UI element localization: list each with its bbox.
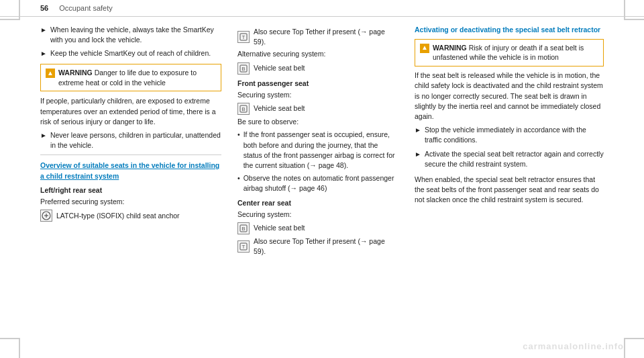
corner-tl [0, 0, 20, 20]
right-body2-text: When enabled, the special seat belt retr… [415, 175, 599, 204]
alt-seatbelt-icon: B [237, 62, 250, 75]
fp-securing-label: Securing system: [237, 90, 398, 100]
chapter-title: Occupant safety [59, 4, 113, 12]
corner-tr [624, 0, 644, 20]
alt-seatbelt-row: B Vehicle seat belt [237, 62, 398, 75]
svg-text:T: T [242, 34, 246, 40]
bullet2-text: Observe the notes on automatic front pas… [244, 173, 398, 193]
cr-tether-label: Also secure Top Tether if present (→ pag… [254, 236, 398, 257]
bullet-arrow-icon: ► [40, 26, 47, 36]
bullet-text-2: Keep the vehicle SmartKey out of reach o… [50, 48, 211, 58]
right-body1-text: If the seat belt is released while the v… [415, 71, 603, 120]
cr-seatbelt-row: B Vehicle seat belt [237, 222, 398, 234]
section-link[interactable]: Overview of suitable seats in the vehicl… [40, 161, 221, 181]
front-passenger-heading: Front passenger seat [237, 79, 398, 89]
dot-icon: • [237, 173, 240, 183]
list-item: ► When leaving the vehicle, always take … [40, 25, 221, 45]
extra-bullet-text: Never leave persons, children in particu… [50, 130, 221, 150]
isofix-icon [40, 210, 52, 222]
right-warning-icon: ▲ [420, 44, 429, 53]
cr-tether-row: T Also secure Top Tether if present (→ p… [237, 236, 398, 257]
left-column: ► When leaving the vehicle, always take … [40, 25, 221, 351]
fp-seatbelt-row: B Vehicle seat belt [237, 103, 398, 115]
warning-label: WARNING [58, 69, 93, 77]
bullet1-text: If the front passenger seat is occupied,… [244, 130, 398, 171]
isofix-icon-row: LATCH-type (ISOFIX) child seat anchor [40, 210, 221, 222]
warning-box: ▲ WARNING Danger to life due to exposure… [40, 64, 221, 91]
warning-text: WARNING Danger to life due to exposure t… [58, 68, 216, 87]
cr-tether-icon: T [237, 240, 250, 253]
top-tether-icon: T [237, 31, 250, 43]
right-warning-label: WARNING [433, 44, 467, 52]
right-bullet1-text: Stop the vehicle immediately in accordan… [425, 125, 604, 145]
right-warning-text: WARNING Risk of injury or death if a sea… [433, 43, 598, 62]
body-text: If people, particularly children, are ex… [40, 97, 215, 125]
cr-securing-label: Securing system: [237, 210, 398, 220]
center-rear-heading: Center rear seat [237, 198, 398, 208]
list-item: ► Keep the vehicle SmartKey out of reach… [40, 48, 221, 59]
sub-heading-left-right: Left/right rear seat [40, 185, 221, 195]
list-item: • If the front passenger seat is occupie… [237, 130, 398, 171]
list-item: ► Activate the special seat belt retract… [415, 149, 604, 169]
cr-seatbelt-label: Vehicle seat belt [254, 223, 305, 233]
bullet-arrow-icon: ► [40, 49, 47, 59]
bullet-text-1: When leaving the vehicle, always take th… [50, 25, 221, 45]
isofix-label: LATCH-type (ISOFIX) child seat anchor [56, 211, 180, 221]
list-item: • Observe the notes on automatic front p… [237, 173, 398, 193]
be-sure-label: Be sure to observe: [237, 117, 398, 127]
fp-seatbelt-icon: B [237, 103, 250, 115]
svg-text:B: B [241, 66, 245, 72]
also-secure-label: Also secure Top Tether if present (→ pag… [254, 27, 398, 47]
right-section-title: Activating or deactivating the special s… [415, 25, 604, 35]
middle-column: T Also secure Top Tether if present (→ p… [237, 25, 398, 351]
divider [40, 154, 221, 155]
right-column: Activating or deactivating the special s… [415, 25, 604, 351]
list-item: ► Stop the vehicle immediately in accord… [415, 125, 604, 145]
body-paragraph: If people, particularly children, are ex… [40, 96, 221, 127]
svg-text:B: B [241, 106, 245, 112]
cr-seatbelt-icon: B [237, 222, 250, 234]
right-body1: If the seat belt is released while the v… [415, 71, 604, 122]
content-area: ► When leaving the vehicle, always take … [0, 17, 644, 358]
list-item: ► Never leave persons, children in parti… [40, 130, 221, 150]
fp-seatbelt-label: Vehicle seat belt [254, 103, 305, 114]
bullet-arrow-icon: ► [415, 150, 421, 160]
alternative-label: Alternative securing system: [237, 49, 398, 59]
svg-text:B: B [241, 226, 245, 232]
right-bullet2-text: Activate the special seat belt retractor… [425, 149, 604, 169]
page-number: 56 [40, 4, 48, 12]
warning-icon: ▲ [46, 69, 55, 78]
corner-br [624, 338, 644, 358]
page-header: 56 Occupant safety [0, 0, 644, 17]
watermark: carmanualonline.info [523, 341, 624, 351]
right-body2: When enabled, the special seat belt retr… [415, 175, 604, 206]
bullet-arrow-icon: ► [415, 126, 421, 136]
svg-text:T: T [242, 244, 246, 250]
dot-icon: • [237, 130, 240, 140]
top-tether-row: T Also secure Top Tether if present (→ p… [237, 27, 398, 47]
preferred-label: Preferred securing system: [40, 197, 221, 207]
corner-bl [0, 338, 20, 358]
alt-seatbelt-label: Vehicle seat belt [254, 63, 305, 73]
right-warning-box: ▲ WARNING Risk of injury or death if a s… [415, 39, 604, 66]
bullet-arrow-icon: ► [40, 131, 47, 141]
